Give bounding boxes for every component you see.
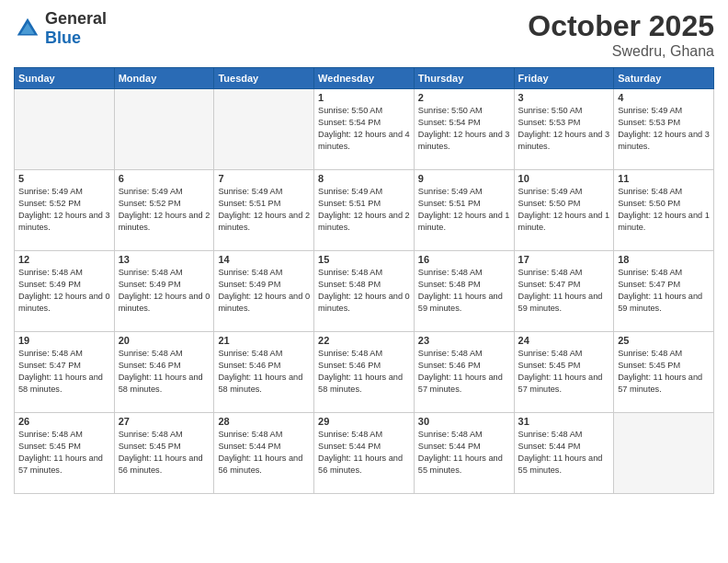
day-number: 19 <box>18 335 110 346</box>
calendar-cell: 14Sunrise: 5:48 AMSunset: 5:49 PMDayligh… <box>214 251 314 332</box>
day-number: 29 <box>318 416 410 427</box>
day-number: 26 <box>18 416 110 427</box>
calendar-cell: 17Sunrise: 5:48 AMSunset: 5:47 PMDayligh… <box>514 251 614 332</box>
calendar-cell: 19Sunrise: 5:48 AMSunset: 5:47 PMDayligh… <box>15 332 115 413</box>
day-info: Sunrise: 5:48 AMSunset: 5:49 PMDaylight:… <box>18 267 110 315</box>
day-info: Sunrise: 5:48 AMSunset: 5:44 PMDaylight:… <box>318 429 410 477</box>
day-number: 15 <box>318 254 410 265</box>
day-number: 30 <box>418 416 510 427</box>
header-cell-wednesday: Wednesday <box>314 68 415 89</box>
title-block: October 2025 Swedru, Ghana <box>528 9 714 60</box>
day-info: Sunrise: 5:48 AMSunset: 5:44 PMDaylight:… <box>418 429 510 477</box>
day-info: Sunrise: 5:48 AMSunset: 5:46 PMDaylight:… <box>318 348 410 396</box>
day-info: Sunrise: 5:49 AMSunset: 5:51 PMDaylight:… <box>418 186 510 234</box>
week-row-3: 12Sunrise: 5:48 AMSunset: 5:49 PMDayligh… <box>15 251 714 332</box>
day-number: 1 <box>318 92 410 103</box>
day-info: Sunrise: 5:49 AMSunset: 5:52 PMDaylight:… <box>18 186 110 234</box>
logo-text-blue: Blue <box>45 29 81 47</box>
header-row: SundayMondayTuesdayWednesdayThursdayFrid… <box>15 68 714 89</box>
day-number: 12 <box>18 254 110 265</box>
week-row-2: 5Sunrise: 5:49 AMSunset: 5:52 PMDaylight… <box>15 170 714 251</box>
header-cell-tuesday: Tuesday <box>214 68 314 89</box>
calendar-cell: 2Sunrise: 5:50 AMSunset: 5:54 PMDaylight… <box>414 89 514 170</box>
day-info: Sunrise: 5:48 AMSunset: 5:45 PMDaylight:… <box>119 429 210 477</box>
day-info: Sunrise: 5:48 AMSunset: 5:45 PMDaylight:… <box>618 348 710 396</box>
calendar-cell: 9Sunrise: 5:49 AMSunset: 5:51 PMDaylight… <box>414 170 514 251</box>
header-cell-saturday: Saturday <box>614 68 714 89</box>
header-cell-friday: Friday <box>514 68 614 89</box>
day-number: 28 <box>218 416 310 427</box>
day-info: Sunrise: 5:50 AMSunset: 5:53 PMDaylight:… <box>518 105 610 153</box>
day-number: 14 <box>218 254 310 265</box>
page: General Blue October 2025 Swedru, Ghana … <box>0 0 728 563</box>
day-number: 21 <box>218 335 310 346</box>
calendar-cell: 27Sunrise: 5:48 AMSunset: 5:45 PMDayligh… <box>114 413 214 494</box>
calendar-cell: 13Sunrise: 5:48 AMSunset: 5:49 PMDayligh… <box>114 251 214 332</box>
day-number: 13 <box>119 254 210 265</box>
day-number: 2 <box>418 92 510 103</box>
calendar-cell: 4Sunrise: 5:49 AMSunset: 5:53 PMDaylight… <box>614 89 714 170</box>
day-info: Sunrise: 5:48 AMSunset: 5:46 PMDaylight:… <box>218 348 310 396</box>
calendar-cell: 24Sunrise: 5:48 AMSunset: 5:45 PMDayligh… <box>514 332 614 413</box>
day-number: 25 <box>618 335 710 346</box>
calendar-cell: 16Sunrise: 5:48 AMSunset: 5:48 PMDayligh… <box>414 251 514 332</box>
calendar-table: SundayMondayTuesdayWednesdayThursdayFrid… <box>14 67 714 494</box>
day-info: Sunrise: 5:50 AMSunset: 5:54 PMDaylight:… <box>418 105 510 153</box>
calendar-cell: 8Sunrise: 5:49 AMSunset: 5:51 PMDaylight… <box>314 170 415 251</box>
logo-icon <box>14 15 41 42</box>
location-title: Swedru, Ghana <box>528 43 714 60</box>
calendar-cell: 15Sunrise: 5:48 AMSunset: 5:48 PMDayligh… <box>314 251 415 332</box>
day-number: 3 <box>518 92 610 103</box>
calendar-cell: 3Sunrise: 5:50 AMSunset: 5:53 PMDaylight… <box>514 89 614 170</box>
header-cell-sunday: Sunday <box>15 68 115 89</box>
day-number: 23 <box>418 335 510 346</box>
calendar-cell: 31Sunrise: 5:48 AMSunset: 5:44 PMDayligh… <box>514 413 614 494</box>
day-info: Sunrise: 5:48 AMSunset: 5:48 PMDaylight:… <box>418 267 510 315</box>
day-number: 4 <box>618 92 710 103</box>
calendar-cell: 10Sunrise: 5:49 AMSunset: 5:50 PMDayligh… <box>514 170 614 251</box>
logo: General Blue <box>14 9 107 48</box>
header: General Blue October 2025 Swedru, Ghana <box>14 9 714 60</box>
day-info: Sunrise: 5:49 AMSunset: 5:52 PMDaylight:… <box>119 186 210 234</box>
calendar-cell: 20Sunrise: 5:48 AMSunset: 5:46 PMDayligh… <box>114 332 214 413</box>
calendar-cell: 12Sunrise: 5:48 AMSunset: 5:49 PMDayligh… <box>15 251 115 332</box>
calendar-cell: 21Sunrise: 5:48 AMSunset: 5:46 PMDayligh… <box>214 332 314 413</box>
calendar-cell <box>15 89 115 170</box>
day-info: Sunrise: 5:48 AMSunset: 5:49 PMDaylight:… <box>119 267 210 315</box>
day-info: Sunrise: 5:48 AMSunset: 5:46 PMDaylight:… <box>418 348 510 396</box>
calendar-cell <box>114 89 214 170</box>
day-number: 16 <box>418 254 510 265</box>
calendar-cell: 23Sunrise: 5:48 AMSunset: 5:46 PMDayligh… <box>414 332 514 413</box>
calendar-cell: 6Sunrise: 5:49 AMSunset: 5:52 PMDaylight… <box>114 170 214 251</box>
day-info: Sunrise: 5:48 AMSunset: 5:47 PMDaylight:… <box>18 348 110 396</box>
day-info: Sunrise: 5:48 AMSunset: 5:47 PMDaylight:… <box>618 267 710 315</box>
day-number: 31 <box>518 416 610 427</box>
day-info: Sunrise: 5:48 AMSunset: 5:44 PMDaylight:… <box>218 429 310 477</box>
calendar-cell: 29Sunrise: 5:48 AMSunset: 5:44 PMDayligh… <box>314 413 415 494</box>
week-row-5: 26Sunrise: 5:48 AMSunset: 5:45 PMDayligh… <box>15 413 714 494</box>
day-info: Sunrise: 5:49 AMSunset: 5:53 PMDaylight:… <box>618 105 710 153</box>
day-number: 27 <box>119 416 210 427</box>
day-info: Sunrise: 5:49 AMSunset: 5:50 PMDaylight:… <box>518 186 610 234</box>
month-title: October 2025 <box>528 9 714 43</box>
calendar-cell: 30Sunrise: 5:48 AMSunset: 5:44 PMDayligh… <box>414 413 514 494</box>
calendar-cell: 28Sunrise: 5:48 AMSunset: 5:44 PMDayligh… <box>214 413 314 494</box>
header-cell-monday: Monday <box>114 68 214 89</box>
day-info: Sunrise: 5:48 AMSunset: 5:48 PMDaylight:… <box>318 267 410 315</box>
day-info: Sunrise: 5:48 AMSunset: 5:46 PMDaylight:… <box>119 348 210 396</box>
calendar-cell: 26Sunrise: 5:48 AMSunset: 5:45 PMDayligh… <box>15 413 115 494</box>
day-number: 10 <box>518 173 610 184</box>
day-info: Sunrise: 5:48 AMSunset: 5:45 PMDaylight:… <box>518 348 610 396</box>
day-number: 20 <box>119 335 210 346</box>
day-number: 11 <box>618 173 710 184</box>
day-info: Sunrise: 5:48 AMSunset: 5:50 PMDaylight:… <box>618 186 710 234</box>
day-number: 17 <box>518 254 610 265</box>
day-number: 9 <box>418 173 510 184</box>
calendar-cell: 1Sunrise: 5:50 AMSunset: 5:54 PMDaylight… <box>314 89 415 170</box>
day-info: Sunrise: 5:48 AMSunset: 5:45 PMDaylight:… <box>18 429 110 477</box>
calendar-cell <box>614 413 714 494</box>
day-number: 18 <box>618 254 710 265</box>
day-number: 5 <box>18 173 110 184</box>
week-row-4: 19Sunrise: 5:48 AMSunset: 5:47 PMDayligh… <box>15 332 714 413</box>
calendar-cell: 5Sunrise: 5:49 AMSunset: 5:52 PMDaylight… <box>15 170 115 251</box>
